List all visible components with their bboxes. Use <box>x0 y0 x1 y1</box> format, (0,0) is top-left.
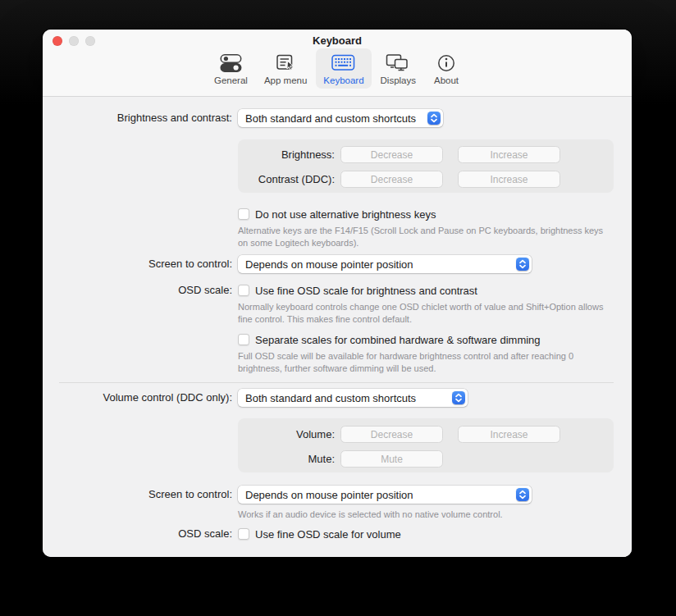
up-down-chevron-icon <box>427 112 441 125</box>
alt-brightness-keys-checkbox[interactable] <box>238 208 249 220</box>
brightness-increase-button[interactable]: Increase <box>458 146 560 163</box>
brightness-decrease-button[interactable]: Decrease <box>340 146 443 163</box>
toggles-icon <box>220 52 242 74</box>
contrast-increase-button[interactable]: Increase <box>458 171 560 188</box>
fine-osd-label: Use fine OSD scale for brightness and co… <box>255 285 477 297</box>
alt-brightness-keys-row: Do not use alternative brightness keys <box>238 208 436 221</box>
fine-osd-checkbox[interactable] <box>238 285 249 296</box>
info-icon <box>436 52 456 74</box>
volume-screen-to-control-value: Depends on mouse pointer position <box>238 489 516 501</box>
contrast-decrease-button[interactable]: Decrease <box>340 171 443 188</box>
tab-general[interactable]: General <box>207 48 255 89</box>
volume-decrease-button[interactable]: Decrease <box>340 426 443 443</box>
separate-scales-label: Separate scales for combined hardware & … <box>255 334 541 346</box>
tab-keyboard-label: Keyboard <box>323 75 363 85</box>
contrast-row-label: Contrast (DDC): <box>238 171 335 188</box>
mute-button[interactable]: Mute <box>340 450 443 468</box>
volume-screen-to-control-label: Screen to control: <box>43 486 232 504</box>
volume-increase-button[interactable]: Increase <box>458 426 560 443</box>
up-down-chevron-icon <box>516 258 529 271</box>
osd-scale-label: OSD scale: <box>43 284 232 297</box>
separate-scales-checkbox[interactable] <box>238 334 249 345</box>
volume-mode-dropdown[interactable]: Both standard and custom shortcuts <box>238 389 468 407</box>
volume-fine-osd-checkbox[interactable] <box>238 528 249 540</box>
section-divider <box>59 382 614 383</box>
volume-screen-help: Works if an audio device is selected wit… <box>238 509 609 521</box>
tab-displays[interactable]: Displays <box>373 48 423 89</box>
volume-mode-value: Both standard and custom shortcuts <box>238 392 452 404</box>
alt-brightness-keys-help: Alternative keys are the F14/F15 (Scroll… <box>238 225 609 249</box>
preferences-window: Keyboard General <box>43 30 632 557</box>
volume-shortcuts-box: Volume: Decrease Increase Mute: Mute <box>238 418 614 472</box>
volume-control-label: Volume control (DDC only): <box>43 389 232 407</box>
toolbar: General App menu <box>43 48 632 91</box>
tab-about-label: About <box>434 75 459 85</box>
volume-fine-osd-label: Use fine OSD scale for volume <box>255 528 401 541</box>
mute-row-label: Mute: <box>238 450 335 468</box>
tab-app-menu-label: App menu <box>264 75 307 85</box>
window-title: Keyboard <box>43 34 632 48</box>
up-down-chevron-icon <box>452 391 465 404</box>
brightness-shortcuts-box: Brightness: Decrease Increase Contrast (… <box>238 139 614 193</box>
alt-brightness-keys-label: Do not use alternative brightness keys <box>255 208 436 221</box>
brightness-mode-value: Both standard and custom shortcuts <box>238 112 427 125</box>
volume-row-label: Volume: <box>238 426 335 443</box>
fine-osd-row: Use fine OSD scale for brightness and co… <box>238 284 477 297</box>
tab-about[interactable]: About <box>425 48 468 89</box>
fine-osd-help: Normally keyboard controls change one OS… <box>238 301 609 325</box>
screen-to-control-value: Depends on mouse pointer position <box>238 258 516 271</box>
volume-fine-osd-row: Use fine OSD scale for volume <box>238 527 401 541</box>
app-menu-icon <box>276 52 296 74</box>
tab-keyboard[interactable]: Keyboard <box>316 48 371 89</box>
keyboard-icon <box>331 52 355 74</box>
separate-scales-row: Separate scales for combined hardware & … <box>238 333 541 346</box>
tab-displays-label: Displays <box>381 75 416 85</box>
volume-osd-scale-label: OSD scale: <box>43 527 232 541</box>
separate-scales-help: Full OSD scale will be available for har… <box>238 350 609 374</box>
volume-screen-to-control-dropdown[interactable]: Depends on mouse pointer position <box>238 486 532 504</box>
titlebar: Keyboard General <box>43 30 632 97</box>
tab-general-label: General <box>214 75 248 85</box>
brightness-row-label: Brightness: <box>238 146 335 163</box>
keyboard-settings-pane: Brightness and contrast: Both standard a… <box>43 97 632 557</box>
screen-to-control-dropdown[interactable]: Depends on mouse pointer position <box>238 255 532 273</box>
brightness-contrast-label: Brightness and contrast: <box>43 109 232 127</box>
displays-icon <box>386 52 410 74</box>
up-down-chevron-icon <box>516 488 529 501</box>
screen-to-control-label: Screen to control: <box>43 255 232 273</box>
brightness-mode-dropdown[interactable]: Both standard and custom shortcuts <box>238 109 443 127</box>
tab-app-menu[interactable]: App menu <box>257 48 314 89</box>
